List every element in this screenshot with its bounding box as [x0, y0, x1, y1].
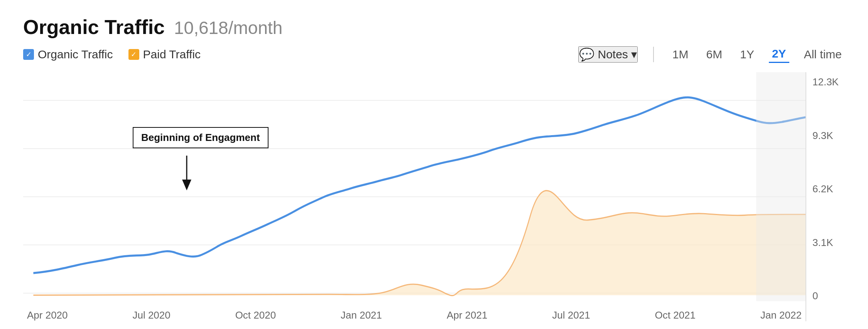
- x-label-0: Apr 2020: [27, 309, 68, 321]
- x-axis-labels: Apr 2020 Jul 2020 Oct 2020 Jan 2021 Apr …: [23, 309, 806, 321]
- y-label-2: 6.2K: [812, 183, 845, 195]
- x-label-4: Apr 2021: [447, 309, 488, 321]
- legend-organic-label: Organic Traffic: [38, 48, 113, 61]
- x-label-1: Jul 2020: [132, 309, 170, 321]
- chart-subtitle: 10,618/month: [174, 17, 282, 38]
- legend-organic[interactable]: ✓ Organic Traffic: [23, 48, 113, 61]
- notes-icon: 💬: [579, 47, 594, 62]
- chart-area: Beginning of Engagment: [23, 72, 845, 321]
- y-label-4: 0: [812, 290, 845, 302]
- annotation-box: Beginning of Engagment: [133, 127, 269, 148]
- dashboard-container: Organic Traffic 10,618/month ✓ Organic T…: [0, 0, 868, 329]
- shaded-region: [756, 72, 806, 301]
- filter-6m[interactable]: 6M: [703, 46, 726, 63]
- filter-all[interactable]: All time: [801, 46, 845, 63]
- notes-button[interactable]: 💬 Notes ▾: [578, 46, 637, 63]
- y-axis-labels: 12.3K 9.3K 6.2K 3.1K 0: [806, 72, 845, 321]
- time-filters: 1M 6M 1Y 2Y All time: [669, 46, 845, 63]
- notes-chevron: ▾: [631, 47, 637, 61]
- organic-checkbox[interactable]: ✓: [23, 49, 34, 60]
- x-label-2: Oct 2020: [235, 309, 276, 321]
- chart-title: Organic Traffic: [23, 15, 165, 39]
- x-label-3: Jan 2021: [341, 309, 382, 321]
- x-label-6: Oct 2021: [655, 309, 696, 321]
- chart-wrapper: Beginning of Engagment: [23, 72, 806, 321]
- annotation-arrow: [179, 156, 194, 190]
- divider: [653, 47, 654, 62]
- y-label-3: 3.1K: [812, 237, 845, 249]
- notes-label: Notes: [598, 48, 628, 61]
- x-label-5: Jul 2021: [552, 309, 590, 321]
- legend-items: ✓ Organic Traffic ✓ Paid Traffic: [23, 48, 578, 61]
- legend-paid[interactable]: ✓ Paid Traffic: [128, 48, 201, 61]
- filter-2y[interactable]: 2Y: [769, 46, 789, 63]
- controls-right: 💬 Notes ▾ 1M 6M 1Y 2Y All time: [578, 46, 845, 63]
- paid-fill: [33, 191, 806, 296]
- annotation-text: Beginning of Engagment: [141, 132, 260, 143]
- y-label-1: 9.3K: [812, 130, 845, 142]
- filter-1m[interactable]: 1M: [669, 46, 692, 63]
- paid-checkbox[interactable]: ✓: [128, 49, 139, 60]
- chart-svg: [23, 72, 806, 321]
- legend-paid-label: Paid Traffic: [143, 48, 201, 61]
- legend-controls: ✓ Organic Traffic ✓ Paid Traffic 💬 Notes…: [23, 46, 845, 63]
- header-row: Organic Traffic 10,618/month: [23, 15, 845, 39]
- y-label-0: 12.3K: [812, 76, 845, 88]
- svg-marker-1: [182, 180, 191, 190]
- x-label-7: Jan 2022: [760, 309, 802, 321]
- filter-1y[interactable]: 1Y: [737, 46, 757, 63]
